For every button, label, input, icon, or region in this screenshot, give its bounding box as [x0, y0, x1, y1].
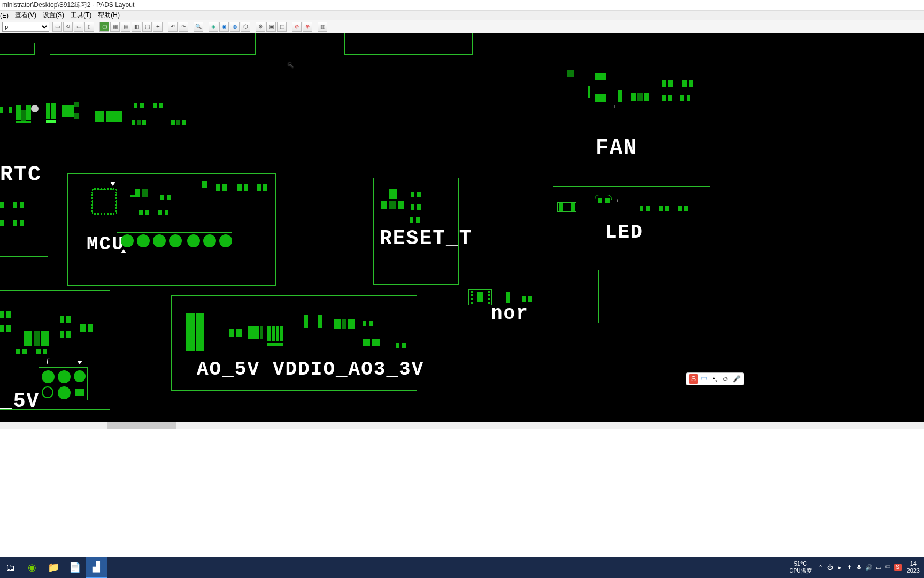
- pcb-canvas[interactable]: RTC MCU: [0, 33, 924, 422]
- pads-icon[interactable]: ▟: [86, 557, 107, 578]
- pad: [43, 349, 47, 354]
- clock[interactable]: 14 2023: [907, 560, 920, 574]
- label-vddio: VDDIO_AO3_3V: [273, 359, 424, 381]
- tool-icon[interactable]: ▭: [74, 22, 83, 32]
- menu-setup[interactable]: 设置(S): [43, 11, 64, 20]
- tool-icon[interactable]: ▢: [99, 22, 109, 32]
- explorer-icon[interactable]: 🗂: [0, 557, 21, 578]
- pad: [267, 326, 271, 341]
- tray-icon[interactable]: ▭: [874, 557, 883, 578]
- pad: [598, 198, 602, 203]
- volume-icon[interactable]: 🔊: [864, 557, 874, 578]
- ime-lang[interactable]: 中: [699, 374, 709, 384]
- snap-icon[interactable]: ✦: [153, 22, 163, 32]
- tool-icon[interactable]: ◧: [132, 22, 141, 32]
- menu-file[interactable]: (E): [0, 12, 9, 19]
- tool-icon[interactable]: ⊕: [303, 22, 312, 32]
- tool-icon[interactable]: ▣: [266, 22, 276, 32]
- hole: [169, 234, 182, 247]
- pad: [222, 184, 227, 191]
- pad: [165, 210, 168, 215]
- pad: [24, 331, 32, 346]
- pad: [0, 325, 4, 332]
- horizontal-scrollbar[interactable]: [0, 422, 924, 429]
- tool-icon[interactable]: ◍: [230, 22, 240, 32]
- pad: [88, 324, 93, 332]
- tool-icon[interactable]: ▭: [52, 22, 62, 32]
- pad: [682, 80, 687, 87]
- pad: [417, 204, 421, 210]
- tool-icon[interactable]: ◉: [219, 22, 229, 32]
- menu-view[interactable]: 查看(V): [15, 11, 36, 20]
- tool-icon[interactable]: ▯: [84, 22, 94, 32]
- pad: [159, 103, 163, 108]
- notch-icon: [358, 43, 368, 48]
- chevron-up-icon[interactable]: ^: [816, 557, 826, 578]
- tool-icon[interactable]: ⊘: [292, 22, 302, 32]
- pad: [687, 95, 690, 101]
- refresh-icon[interactable]: ↻: [63, 22, 73, 32]
- ime-tray-icon[interactable]: 中: [883, 557, 893, 578]
- clock-time: 14: [907, 560, 920, 567]
- pad: [16, 105, 21, 120]
- pin1-marker-icon: [121, 249, 126, 253]
- tray-icon[interactable]: ⬆: [845, 557, 854, 578]
- menu-tools[interactable]: 工具(T): [71, 11, 91, 20]
- tray-icon[interactable]: ▸: [835, 557, 845, 578]
- hole: [121, 234, 134, 247]
- pad: [304, 315, 308, 328]
- minimize-icon[interactable]: —: [692, 1, 699, 10]
- tool-icon[interactable]: ◫: [277, 22, 287, 32]
- ime-mic-icon[interactable]: 🎤: [732, 374, 741, 384]
- tool-icon[interactable]: ⚙: [256, 22, 265, 32]
- redo-icon[interactable]: ↷: [179, 22, 188, 32]
- undo-icon[interactable]: ↶: [168, 22, 178, 32]
- pad: [263, 184, 267, 191]
- ic-pins: [91, 192, 93, 212]
- ime-emoji-icon[interactable]: ☺: [721, 374, 730, 384]
- tool-icon[interactable]: ▦: [110, 22, 120, 32]
- label-ao5v: AO_5V: [197, 359, 260, 381]
- tool-icon[interactable]: ⬡: [241, 22, 250, 32]
- layer-select[interactable]: p: [2, 22, 49, 32]
- toolbar: p ▭ ↻ ▭ ▯ ▢ ▦ ▤ ◧ ⬚ ✦ ↶ ↷ 🔍 ◈ ◉ ◍ ⬡ ⚙ ▣ …: [0, 20, 924, 33]
- menu-help[interactable]: 帮助(H): [98, 11, 120, 20]
- divider: [195, 313, 196, 351]
- lower-panel: W:1 G:5 5 2120: [0, 429, 924, 567]
- ime-punct-icon[interactable]: •,: [710, 374, 720, 384]
- pad: [51, 103, 56, 119]
- pad: [248, 326, 259, 339]
- hole: [42, 386, 53, 398]
- pad: [41, 331, 49, 346]
- pad: [416, 217, 420, 223]
- sogou-icon[interactable]: S: [689, 374, 698, 384]
- pad: [398, 201, 404, 209]
- tray-icon[interactable]: ⏻: [826, 557, 835, 578]
- taskbar[interactable]: 🗂 ◉ 📁 📄 ▟ 51°C CPU温度 ^ ⏻ ▸ ⬆ 🖧 🔊 ▭ 中 S 1…: [0, 557, 924, 578]
- app-icon[interactable]: ◉: [21, 557, 43, 578]
- tool-icon[interactable]: ◈: [209, 22, 218, 32]
- tool-icon[interactable]: ⬚: [142, 22, 152, 32]
- cpu-temp-widget[interactable]: 51°C CPU温度: [789, 560, 811, 574]
- pad: [22, 349, 27, 354]
- pad: [216, 184, 220, 191]
- scrollbar-thumb[interactable]: [107, 422, 176, 429]
- hole: [203, 234, 216, 247]
- ime-toolbar[interactable]: S 中 •, ☺ 🎤: [686, 372, 744, 385]
- tool-icon[interactable]: ▥: [318, 22, 327, 32]
- cpu-temp-value: 51°C: [789, 560, 811, 567]
- zoom-icon[interactable]: 🔍: [194, 22, 203, 32]
- notepad-icon[interactable]: 📄: [64, 557, 86, 578]
- tool-icon[interactable]: ▤: [121, 22, 130, 32]
- ic-outline: [92, 189, 117, 214]
- pad: [389, 201, 396, 209]
- pad: [276, 326, 279, 341]
- folder-icon[interactable]: 📁: [43, 557, 64, 578]
- sogou-tray-icon[interactable]: S: [893, 557, 903, 578]
- network-icon[interactable]: 🖧: [854, 557, 864, 578]
- pad: [171, 120, 175, 125]
- pad: [60, 316, 64, 323]
- label-rtc: RTC: [0, 163, 42, 187]
- pad: [26, 105, 31, 120]
- net-label: 1:N77921421: [198, 324, 202, 349]
